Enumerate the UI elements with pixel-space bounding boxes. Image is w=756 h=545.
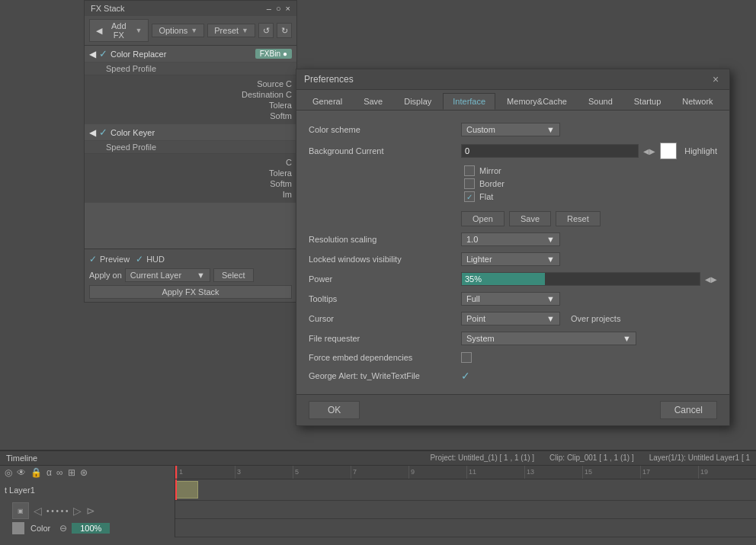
fx-sub-speed-profile-1: Speed Profile bbox=[85, 63, 296, 75]
tl-icon-lock[interactable]: 🔒 bbox=[30, 467, 42, 478]
tooltips-label: Tooltips bbox=[309, 294, 461, 303]
fx-bin-badge[interactable]: FXBin ● bbox=[255, 49, 292, 59]
opacity-decrease[interactable]: ⊖ bbox=[59, 523, 67, 534]
background-slider-arrows[interactable]: ◀▶ bbox=[643, 147, 655, 155]
tab-network[interactable]: Network bbox=[672, 93, 722, 110]
highlight-label: Highlight bbox=[684, 146, 717, 155]
preview-check[interactable]: ✓ Preview bbox=[89, 254, 130, 264]
redo-button[interactable]: ↻ bbox=[277, 23, 292, 38]
tab-memory-cache[interactable]: Memory&Cache bbox=[497, 93, 577, 110]
fx-stack-title-text: FX Stack bbox=[91, 4, 125, 13]
locked-windows-dropdown[interactable]: Lighter ▼ bbox=[461, 252, 560, 266]
tab-general[interactable]: General bbox=[303, 93, 352, 110]
preferences-close-button[interactable]: × bbox=[710, 73, 722, 85]
timeline-playhead bbox=[175, 479, 177, 500]
open-save-reset-row: Open Save Reset bbox=[309, 205, 717, 229]
file-requester-control: System ▼ bbox=[461, 332, 717, 345]
apply-on-dropdown[interactable]: Current Layer ▼ bbox=[125, 268, 210, 282]
flat-checkbox[interactable]: ✓ bbox=[464, 191, 475, 202]
tooltips-row: Tooltips Full ▼ bbox=[309, 289, 717, 309]
file-requester-dropdown-arrow: ▼ bbox=[623, 334, 631, 343]
background-color-swatch[interactable] bbox=[660, 143, 677, 159]
apply-row: Apply on Current Layer ▼ Select bbox=[89, 268, 292, 282]
resolution-scaling-dropdown[interactable]: 1.0 ▼ bbox=[461, 232, 560, 246]
ruler-tick-1: 1 bbox=[177, 466, 235, 479]
timeline-clip-status: Clip: Clip_001 [ 1 , 1 (1) ] bbox=[549, 454, 634, 462]
color-scheme-label: Color scheme bbox=[309, 125, 461, 134]
tl-icon-grid[interactable]: ⊞ bbox=[68, 467, 75, 478]
border-checkbox-row: Border bbox=[461, 178, 505, 189]
border-checkbox[interactable] bbox=[464, 178, 475, 189]
timeline-sub-track-2 bbox=[175, 519, 756, 537]
file-requester-row: File requester System ▼ bbox=[309, 329, 717, 348]
tl-prev-frame[interactable]: ◁ bbox=[34, 505, 42, 517]
file-requester-label: File requester bbox=[309, 334, 461, 343]
tab-sound[interactable]: Sound bbox=[578, 93, 623, 110]
power-slider[interactable]: 35% bbox=[461, 272, 700, 286]
select-button[interactable]: Select bbox=[213, 268, 254, 282]
fx-item-keyer-check[interactable]: ✓ bbox=[99, 127, 107, 138]
maximize-icon[interactable]: ○ bbox=[276, 4, 281, 13]
color-scheme-row: Color scheme Custom ▼ bbox=[309, 120, 717, 139]
fx-params-replacer: Source C Destination C Tolera Softm bbox=[85, 75, 296, 124]
tl-icon-eye[interactable]: ◎ bbox=[5, 467, 12, 478]
timeline-layer-icons: ◎ 👁 🔒 α ∞ ⊞ ⊛ bbox=[0, 466, 175, 479]
timeline-layer-sub: ▣ ◁ • • • • • ▷ ⊳ bbox=[0, 501, 175, 521]
color-scheme-dropdown[interactable]: Custom ▼ bbox=[461, 123, 560, 136]
george-alert-control: ✓ bbox=[461, 370, 717, 382]
cancel-button[interactable]: Cancel bbox=[660, 401, 717, 419]
preview-checkmark: ✓ bbox=[89, 254, 97, 264]
fx-stack-title-icons: – ○ × bbox=[267, 4, 290, 13]
tl-cross[interactable]: ⊳ bbox=[86, 505, 95, 517]
power-slider-arrows[interactable]: ◀▶ bbox=[705, 275, 717, 284]
tl-next-frame[interactable]: ▷ bbox=[73, 505, 82, 517]
background-slider-text: 0 bbox=[462, 145, 638, 157]
opacity-value[interactable]: 100% bbox=[72, 523, 110, 534]
preferences-tabs: General Save Display Interface Memory&Ca… bbox=[296, 90, 729, 111]
tab-display[interactable]: Display bbox=[394, 93, 441, 110]
save-button[interactable]: Save bbox=[509, 211, 551, 226]
fx-bottom: ✓ Preview ✓ HUD Apply on Current Layer ▼… bbox=[85, 248, 296, 302]
background-slider[interactable]: 0 bbox=[461, 144, 639, 158]
hud-check[interactable]: ✓ HUD bbox=[136, 254, 165, 264]
fx-item-check[interactable]: ✓ bbox=[99, 48, 107, 59]
timeline-layer-name: t Layer1 bbox=[5, 486, 35, 495]
force-embed-checkbox[interactable] bbox=[461, 352, 472, 363]
fx-bottom-controls-row: ✓ Preview ✓ HUD bbox=[89, 252, 292, 266]
apply-fx-stack-button[interactable]: Apply FX Stack bbox=[89, 285, 292, 299]
cursor-dropdown[interactable]: Point ▼ bbox=[461, 312, 560, 325]
reset-button[interactable]: Reset bbox=[556, 211, 601, 226]
resolution-scaling-control: 1.0 ▼ bbox=[461, 232, 717, 246]
preferences-body: Color scheme Custom ▼ Background Current… bbox=[296, 111, 729, 394]
minimize-icon[interactable]: – bbox=[267, 4, 271, 13]
tab-interface[interactable]: Interface bbox=[443, 93, 495, 110]
resolution-scaling-label: Resolution scaling bbox=[309, 235, 461, 244]
mirror-checkbox[interactable] bbox=[464, 165, 475, 176]
tab-startup[interactable]: Startup bbox=[624, 93, 671, 110]
timeline-layer-status: Layer(1/1): Untitled Layer1 [ 1 bbox=[649, 454, 750, 462]
tooltips-dropdown-arrow: ▼ bbox=[546, 294, 555, 303]
tl-icon-loop[interactable]: ∞ bbox=[56, 467, 63, 478]
checkboxes-control: Mirror Border ✓ Flat bbox=[461, 165, 717, 202]
power-slider-text: 35% bbox=[462, 273, 700, 285]
open-button[interactable]: Open bbox=[461, 211, 505, 226]
undo-button[interactable]: ↺ bbox=[258, 23, 274, 38]
thumbnail-content: ▣ bbox=[18, 508, 24, 515]
layer-color-swatch[interactable] bbox=[12, 522, 24, 534]
add-fx-arrow: ◀ bbox=[96, 26, 102, 36]
tl-icon-motion[interactable]: ⊛ bbox=[80, 467, 88, 478]
add-fx-button[interactable]: ◀ Add FX ▼ bbox=[89, 19, 149, 42]
tl-icon-alpha[interactable]: α bbox=[46, 467, 52, 478]
close-icon[interactable]: × bbox=[286, 4, 290, 13]
ok-button[interactable]: OK bbox=[309, 401, 360, 419]
tooltips-dropdown[interactable]: Full ▼ bbox=[461, 292, 560, 306]
file-requester-dropdown[interactable]: System ▼ bbox=[461, 332, 636, 345]
tab-save[interactable]: Save bbox=[354, 93, 392, 110]
tl-icon-visibility[interactable]: 👁 bbox=[17, 467, 26, 478]
george-alert-row: George Alert: tv_WriteTextFile ✓ bbox=[309, 367, 717, 385]
preset-button[interactable]: Preset ▼ bbox=[207, 24, 255, 37]
fx-item-keyer-collapse[interactable]: ◀ bbox=[89, 127, 96, 138]
fx-item-collapse-arrow[interactable]: ◀ bbox=[89, 49, 96, 59]
options-button[interactable]: Options ▼ bbox=[152, 24, 204, 37]
fx-stack-toolbar: ◀ Add FX ▼ Options ▼ Preset ▼ ↺ ↻ bbox=[85, 16, 296, 46]
